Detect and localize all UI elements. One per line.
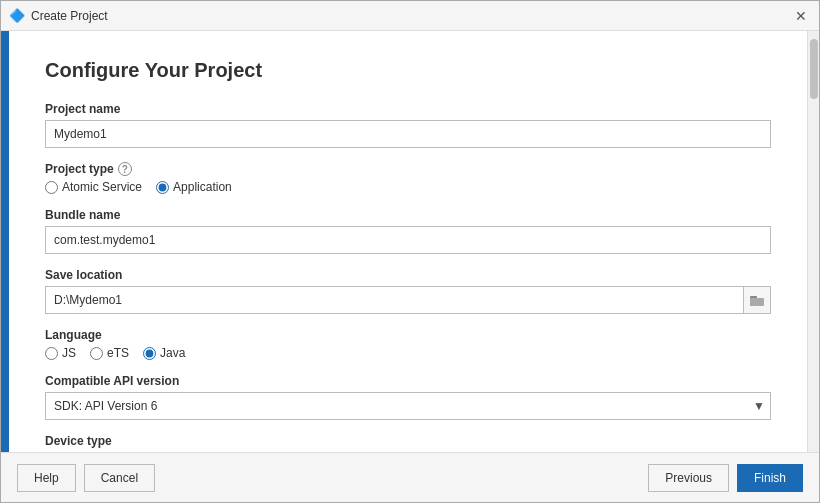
bundle-name-label: Bundle name [45,208,771,222]
save-location-group: Save location [45,268,771,314]
atomic-service-radio[interactable] [45,181,58,194]
api-version-group: Compatible API version SDK: API Version … [45,374,771,420]
java-radio-item[interactable]: Java [143,346,185,360]
atomic-service-label: Atomic Service [62,180,142,194]
api-version-select[interactable]: SDK: API Version 6 SDK: API Version 5 SD… [45,392,771,420]
language-radio-group: JS eTS Java [45,346,771,360]
close-button[interactable]: ✕ [791,6,811,26]
project-type-help-icon[interactable]: ? [118,162,132,176]
footer-left: Help Cancel [17,464,155,492]
svg-rect-1 [750,298,764,306]
device-type-label: Device type [45,434,771,448]
application-radio-item[interactable]: Application [156,180,232,194]
folder-browse-button[interactable] [743,286,771,314]
title-bar: 🔷 Create Project ✕ [1,1,819,31]
api-version-label: Compatible API version [45,374,771,388]
application-label: Application [173,180,232,194]
folder-icon [750,294,764,306]
dialog-body: Configure Your Project Project name Proj… [1,31,819,452]
left-accent-bar [1,31,9,452]
ets-radio-item[interactable]: eTS [90,346,129,360]
footer-right: Previous Finish [648,464,803,492]
js-radio-item[interactable]: JS [45,346,76,360]
java-radio[interactable] [143,347,156,360]
bundle-name-group: Bundle name [45,208,771,254]
save-location-row [45,286,771,314]
save-location-input[interactable] [45,286,743,314]
save-location-label: Save location [45,268,771,282]
page-title: Configure Your Project [45,59,771,82]
svg-rect-2 [754,296,757,298]
language-label: Language [45,328,771,342]
title-bar-text: Create Project [31,9,108,23]
java-label: Java [160,346,185,360]
previous-button[interactable]: Previous [648,464,729,492]
js-label: JS [62,346,76,360]
project-name-label: Project name [45,102,771,116]
help-button[interactable]: Help [17,464,76,492]
project-name-input[interactable] [45,120,771,148]
finish-button[interactable]: Finish [737,464,803,492]
project-type-label: Project type ? [45,162,771,176]
js-radio[interactable] [45,347,58,360]
project-type-group: Project type ? Atomic Service Applicatio… [45,162,771,194]
atomic-service-radio-item[interactable]: Atomic Service [45,180,142,194]
scrollbar[interactable] [807,31,819,452]
content-area: Configure Your Project Project name Proj… [9,31,807,452]
ets-radio[interactable] [90,347,103,360]
application-radio[interactable] [156,181,169,194]
ets-label: eTS [107,346,129,360]
bundle-name-input[interactable] [45,226,771,254]
language-group: Language JS eTS Java [45,328,771,360]
scrollbar-thumb[interactable] [810,39,818,99]
dialog-footer: Help Cancel Previous Finish [1,452,819,502]
title-bar-left: 🔷 Create Project [9,8,108,24]
cancel-button[interactable]: Cancel [84,464,155,492]
project-type-radio-group: Atomic Service Application [45,180,771,194]
project-name-group: Project name [45,102,771,148]
device-type-group: Device type Phone Tablet TV [45,434,771,452]
api-version-select-wrapper: SDK: API Version 6 SDK: API Version 5 SD… [45,392,771,420]
app-icon: 🔷 [9,8,25,24]
create-project-dialog: 🔷 Create Project ✕ Configure Your Projec… [0,0,820,503]
